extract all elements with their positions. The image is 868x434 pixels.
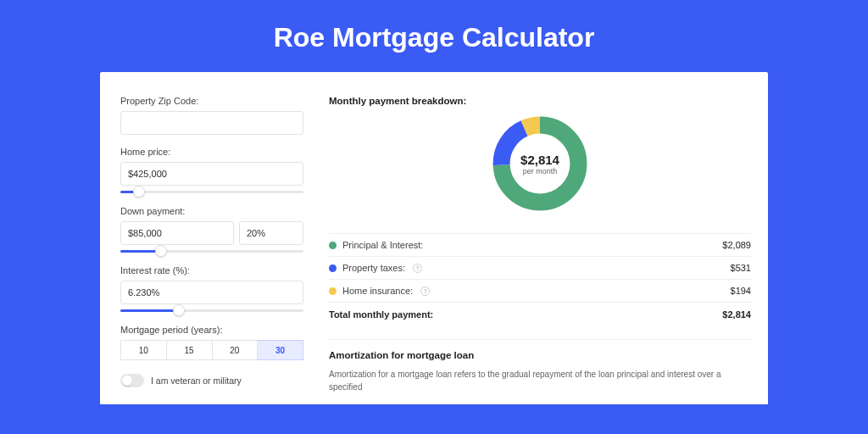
form-panel: Property Zip Code: Home price: Down paym… [100,72,324,404]
legend-value: $2,089 [722,240,751,250]
down-payment-label: Down payment: [120,206,303,216]
down-payment-input[interactable] [120,221,234,245]
help-icon[interactable]: ? [420,287,430,296]
legend-label: Property taxes: [342,263,405,273]
donut-chart: $2,814 per month [489,113,591,214]
home-price-label: Home price: [120,147,303,157]
legend-label: Home insurance: [342,286,413,296]
home-price-input[interactable] [120,162,303,186]
amortization-title: Amortization for mortgage loan [329,339,751,360]
legend-value: $194 [731,286,751,296]
period-button-row: 10 15 20 30 [120,340,303,360]
period-15[interactable]: 15 [167,340,213,360]
period-30[interactable]: 30 [258,340,303,360]
dot-icon [329,264,337,272]
period-label: Mortgage period (years): [120,325,303,335]
legend-value: $531 [731,263,751,273]
dot-icon [329,287,337,295]
help-icon[interactable]: ? [413,264,422,273]
slider-thumb[interactable] [173,304,185,316]
home-price-slider[interactable] [120,187,303,199]
slider-thumb[interactable] [155,245,167,257]
donut-amount: $2,814 [520,153,559,167]
total-value: $2,814 [722,309,751,320]
breakdown-panel: Monthly payment breakdown: $2,814 per mo… [324,72,768,404]
donut-chart-wrap: $2,814 per month [329,113,751,214]
interest-slider[interactable] [120,306,303,318]
veteran-toggle[interactable] [120,374,144,387]
veteran-label: I am veteran or military [151,376,242,386]
interest-input[interactable] [120,281,303,304]
legend-insurance: Home insurance: ? $194 [329,279,751,302]
down-payment-slider[interactable] [120,247,303,259]
breakdown-title: Monthly payment breakdown: [329,96,751,106]
page-title: Roe Mortgage Calculator [0,0,868,72]
legend-principal: Principal & Interest: $2,089 [329,233,751,256]
zip-input[interactable] [120,111,303,135]
zip-label: Property Zip Code: [120,96,303,106]
interest-label: Interest rate (%): [120,265,303,275]
amortization-text: Amortization for a mortgage loan refers … [329,368,751,393]
calculator-card: Property Zip Code: Home price: Down paym… [100,72,768,404]
legend-label: Principal & Interest: [342,240,423,250]
dot-icon [329,242,337,249]
donut-per: per month [523,167,558,175]
period-20[interactable]: 20 [213,340,259,360]
down-payment-pct-input[interactable] [239,221,303,245]
veteran-toggle-row: I am veteran or military [120,374,303,387]
legend-taxes: Property taxes: ? $531 [329,256,751,279]
total-label: Total monthly payment: [329,309,433,320]
slider-thumb[interactable] [133,186,145,198]
period-10[interactable]: 10 [120,340,167,360]
total-row: Total monthly payment: $2,814 [329,302,751,326]
donut-center: $2,814 per month [489,113,591,214]
